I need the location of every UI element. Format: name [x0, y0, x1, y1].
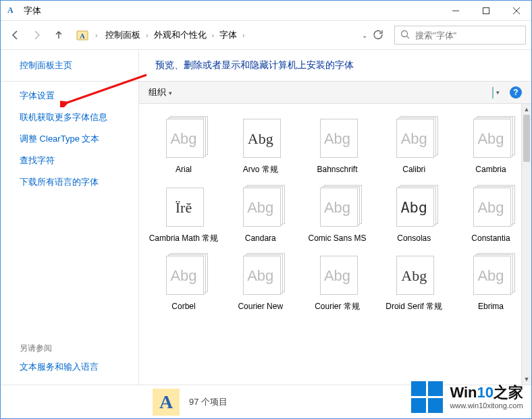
font-item[interactable]: AbgConstantia — [453, 179, 529, 244]
scroll-thumb[interactable] — [523, 115, 530, 162]
maximize-button[interactable] — [471, 1, 501, 21]
watermark: Win10之家 www.win10xitong.com — [411, 381, 523, 413]
font-label: Consolas — [397, 231, 431, 244]
font-preview: Abg — [464, 250, 518, 299]
address-icon: A — [76, 29, 88, 41]
address-dropdown-icon[interactable]: ⌄ — [362, 32, 367, 39]
sidebar: 控制面板主页 字体设置联机获取更多字体信息调整 ClearType 文本查找字符… — [1, 50, 139, 385]
back-button[interactable] — [6, 26, 25, 45]
font-preview: Abg — [234, 113, 288, 162]
font-label: Courier 常规 — [315, 299, 360, 312]
sidebar-link-4[interactable]: 下载所有语言的字体 — [20, 176, 126, 188]
font-label: Candara — [245, 231, 276, 244]
font-glyph: Abg — [324, 199, 350, 217]
font-preview: Abg — [157, 113, 211, 162]
sidebar-link-0[interactable]: 字体设置 — [20, 90, 126, 102]
font-item[interactable]: AbgCalibri — [376, 111, 452, 175]
sidebar-link-home[interactable]: 控制面板主页 — [20, 59, 126, 72]
fonts-app-icon: A — [7, 5, 18, 16]
font-glyph: Abg — [324, 130, 350, 148]
font-label: Cambria Math 常规 — [149, 231, 219, 244]
font-preview: Abg — [387, 182, 441, 231]
font-label: Comic Sans MS — [308, 231, 366, 244]
chevron-right-icon[interactable]: › — [94, 32, 99, 39]
view-options-button[interactable] — [492, 88, 503, 98]
font-item[interactable]: AbgBahnschrift — [300, 111, 375, 175]
forward-button[interactable] — [28, 26, 47, 45]
font-item[interactable]: AbgCorbel — [146, 248, 221, 312]
watermark-url: www.win10xitong.com — [450, 401, 523, 410]
organize-button[interactable]: 组织 — [149, 86, 172, 99]
page-heading: 预览、删除或者显示和隐藏计算机上安装的字体 — [139, 50, 531, 81]
font-item[interactable]: AbgArial — [146, 111, 221, 175]
sidebar-link-1[interactable]: 联机获取更多字体信息 — [20, 111, 126, 123]
font-preview: Abg — [464, 182, 518, 231]
chevron-right-icon[interactable]: › — [241, 32, 246, 39]
font-item[interactable]: AbgArvo 常规 — [223, 111, 298, 175]
font-glyph: Ïrĕ — [176, 199, 192, 217]
font-label: Droid Serif 常规 — [385, 299, 442, 312]
close-button[interactable] — [501, 1, 531, 21]
font-label: Arial — [176, 162, 192, 175]
see-also-heading: 另请参阅 — [20, 343, 126, 354]
up-button[interactable] — [49, 26, 68, 45]
font-item[interactable]: AbgCourier New — [223, 248, 298, 312]
svg-text:A: A — [80, 32, 85, 40]
svg-point-6 — [402, 30, 408, 36]
sidebar-link-2[interactable]: 调整 ClearType 文本 — [20, 133, 126, 145]
font-label: Cambria — [475, 162, 506, 175]
breadcrumb-item[interactable]: 外观和个性化 — [151, 28, 209, 43]
font-glyph: Abg — [401, 130, 427, 148]
font-glyph: Abg — [400, 199, 427, 216]
font-item[interactable]: ÏrĕCambria Math 常规 — [146, 179, 221, 244]
breadcrumb-item[interactable]: 控制面板 — [103, 28, 143, 43]
search-box[interactable] — [394, 26, 526, 45]
font-grid: AbgArialAbgArvo 常规AbgBahnschriftAbgCalib… — [139, 104, 531, 319]
font-glyph: Abg — [401, 267, 427, 285]
seealso-link-0[interactable]: 文本服务和输入语言 — [20, 361, 126, 373]
font-preview: Abg — [387, 250, 441, 299]
font-label: Corbel — [171, 299, 195, 312]
svg-line-7 — [407, 36, 410, 38]
search-icon — [400, 30, 410, 41]
font-glyph: Abg — [247, 267, 273, 285]
font-item[interactable]: AbgCandara — [223, 179, 298, 244]
font-item[interactable]: AbgDroid Serif 常规 — [376, 248, 452, 312]
font-label: Calibri — [402, 162, 425, 175]
minimize-button[interactable] — [440, 1, 471, 21]
scroll-down-button[interactable]: ▼ — [522, 374, 531, 385]
vertical-scrollbar[interactable]: ▲ ▼ — [521, 104, 531, 385]
font-preview: Abg — [464, 113, 518, 162]
window-title: 字体 — [24, 5, 440, 17]
font-item[interactable]: AbgComic Sans MS — [300, 179, 375, 244]
watermark-brand: Win10之家 — [450, 385, 523, 401]
font-item[interactable]: AbgCourier 常规 — [300, 248, 375, 312]
chevron-right-icon[interactable]: › — [211, 32, 215, 39]
font-glyph: Abg — [248, 130, 273, 148]
refresh-button[interactable] — [373, 29, 383, 42]
font-glyph: Abg — [247, 199, 273, 217]
font-preview: Abg — [311, 250, 365, 299]
search-input[interactable] — [414, 30, 530, 41]
font-item[interactable]: AbgEbrima — [453, 248, 529, 312]
font-preview: Abg — [387, 113, 441, 162]
font-item[interactable]: AbgConsolas — [376, 179, 452, 244]
navigation-bar: A › 控制面板›外观和个性化›字体› ⌄ — [1, 21, 531, 49]
breadcrumb-item[interactable]: 字体 — [217, 28, 240, 43]
content-area: 预览、删除或者显示和隐藏计算机上安装的字体 组织 ? AbgArialAbgAr… — [139, 50, 531, 385]
scroll-up-button[interactable]: ▲ — [522, 104, 531, 115]
windows-logo-icon — [411, 381, 443, 413]
font-preview: Abg — [311, 113, 365, 162]
chevron-right-icon[interactable]: › — [144, 32, 149, 39]
font-label: Constantia — [471, 231, 510, 244]
sidebar-link-3[interactable]: 查找字符 — [20, 155, 126, 167]
help-button[interactable]: ? — [510, 86, 522, 99]
toolbar: 组织 ? — [139, 81, 531, 104]
font-label: Arvo 常规 — [243, 162, 278, 175]
font-glyph: Abg — [170, 267, 196, 285]
font-preview: Abg — [157, 250, 211, 299]
font-label: Bahnschrift — [317, 162, 357, 175]
font-item[interactable]: AbgCambria — [453, 111, 529, 175]
title-bar: A 字体 — [1, 1, 531, 21]
font-preview: Abg — [234, 250, 288, 299]
